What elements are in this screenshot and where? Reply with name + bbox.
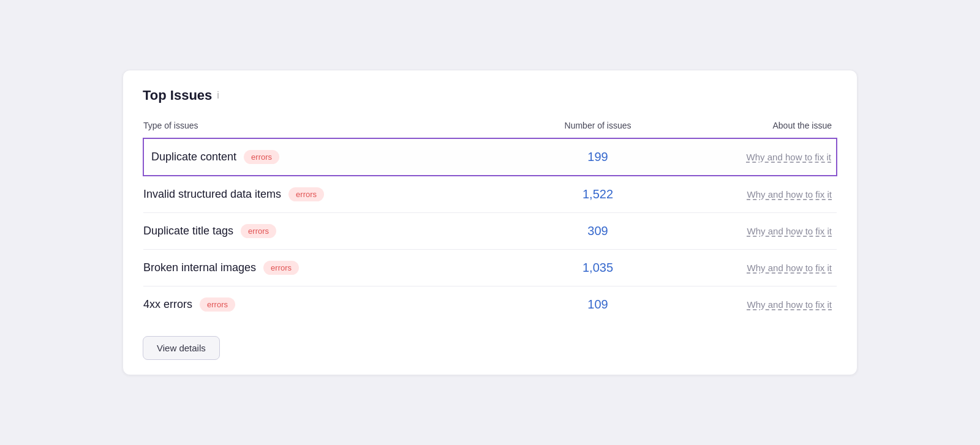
issue-type-cell: Invalid structured data items errors — [143, 176, 530, 213]
col-header-number: Number of issues — [530, 116, 665, 138]
fix-link[interactable]: Why and how to fix it — [747, 152, 831, 162]
issue-count: 1,035 — [530, 250, 665, 286]
issue-count: 309 — [530, 213, 665, 250]
view-details-button[interactable]: View details — [143, 336, 220, 360]
col-header-about: About the issue — [665, 116, 837, 138]
table-row: Duplicate title tags errors309Why and ho… — [143, 213, 837, 250]
table-row: 4xx errors errors109Why and how to fix i… — [143, 286, 837, 323]
issue-name: Duplicate title tags errors — [143, 224, 530, 238]
issue-type-cell: Duplicate content errors — [143, 138, 530, 176]
issue-name: Duplicate content errors — [151, 150, 530, 164]
issue-type-cell: Broken internal images errors — [143, 250, 530, 286]
issue-name: Invalid structured data items errors — [143, 187, 530, 201]
fix-link[interactable]: Why and how to fix it — [747, 299, 832, 310]
issue-name: 4xx errors errors — [143, 297, 530, 312]
col-header-type: Type of issues — [143, 116, 530, 138]
about-cell: Why and how to fix it — [665, 286, 837, 323]
fix-link[interactable]: Why and how to fix it — [747, 189, 832, 200]
table-header-row: Type of issues Number of issues About th… — [143, 116, 837, 138]
errors-badge: errors — [263, 261, 299, 275]
issue-count: 199 — [530, 138, 665, 176]
table-row: Duplicate content errors199Why and how t… — [143, 138, 837, 176]
top-issues-card: Top Issues i Type of issues Number of is… — [123, 70, 858, 375]
errors-badge: errors — [244, 150, 279, 164]
about-cell: Why and how to fix it — [665, 176, 837, 213]
errors-badge: errors — [200, 297, 235, 312]
errors-badge: errors — [241, 224, 276, 238]
card-title: Top Issues — [143, 88, 212, 103]
card-header: Top Issues i — [143, 88, 837, 103]
fix-link[interactable]: Why and how to fix it — [747, 263, 832, 273]
table-row: Invalid structured data items errors1,52… — [143, 176, 837, 213]
table-row: Broken internal images errors1,035Why an… — [143, 250, 837, 286]
issue-count: 109 — [530, 286, 665, 323]
about-cell: Why and how to fix it — [665, 213, 837, 250]
fix-link[interactable]: Why and how to fix it — [747, 226, 832, 236]
issue-type-cell: Duplicate title tags errors — [143, 213, 530, 250]
errors-badge: errors — [288, 187, 324, 201]
issue-name: Broken internal images errors — [143, 261, 530, 275]
issue-count: 1,522 — [530, 176, 665, 213]
about-cell: Why and how to fix it — [665, 138, 837, 176]
issues-table: Type of issues Number of issues About th… — [143, 116, 837, 323]
about-cell: Why and how to fix it — [665, 250, 837, 286]
issue-type-cell: 4xx errors errors — [143, 286, 530, 323]
info-icon[interactable]: i — [217, 90, 219, 101]
